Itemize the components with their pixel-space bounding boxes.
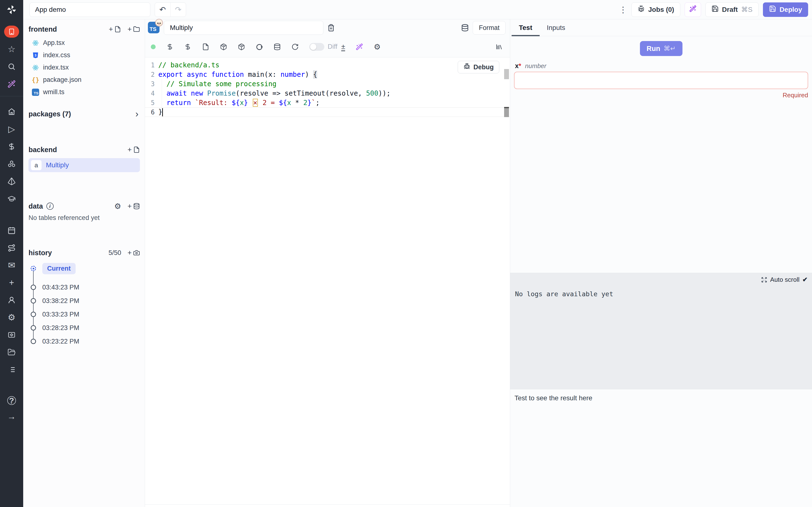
cache-ring-icon[interactable] [256, 43, 263, 50]
file-row-wmill-ts[interactable]: TS wmill.ts [29, 86, 140, 98]
autoscroll-check-icon[interactable]: ✔ [802, 276, 808, 283]
debug-button[interactable]: Debug [458, 61, 499, 73]
resources-dollar-icon[interactable] [184, 43, 191, 50]
package-icon[interactable] [220, 43, 227, 50]
worker-groups-icon[interactable] [6, 329, 17, 341]
editor-scrollbar[interactable] [503, 57, 510, 507]
test-form: Run ⌘↵ x* number Required [510, 36, 812, 273]
test-panel: Test Inputs Run ⌘↵ x* number [510, 19, 812, 507]
search-icon[interactable] [6, 61, 17, 72]
text-cursor [162, 108, 163, 116]
resources-cubes-icon[interactable] [6, 158, 17, 170]
add-file-button[interactable]: + [109, 25, 121, 33]
runs-play-icon[interactable]: ▷ [6, 123, 17, 135]
code-line[interactable]: 2export async function main(x: number) { [145, 70, 510, 79]
logs-panel: Auto scroll ✔ No logs are available yet [510, 273, 812, 389]
add-plus-icon[interactable]: + [6, 277, 17, 288]
file-row-index-tsx[interactable]: index.tsx [29, 61, 140, 74]
format-button[interactable]: Format [473, 21, 506, 35]
script-name-input[interactable] [164, 21, 323, 35]
language-badge: TS [148, 22, 160, 34]
data-settings-gear-icon[interactable]: ⚙ [114, 202, 121, 211]
history-entry[interactable]: 03:38:22 PM [31, 294, 140, 307]
runnable-name: Multiply [46, 161, 69, 169]
more-menu-kebab-icon[interactable]: ⋮ [619, 5, 627, 14]
library-icon[interactable] [495, 43, 503, 50]
code-line[interactable]: 6} [145, 107, 510, 117]
mail-icon[interactable]: ✉ [6, 260, 17, 271]
graduation-cap-icon[interactable] [6, 193, 17, 205]
expand-rail-arrow-icon[interactable]: → [6, 411, 17, 422]
info-icon[interactable]: i [46, 203, 54, 210]
add-backend-script-button[interactable]: + [128, 146, 140, 154]
jobs-button[interactable]: Jobs (0) [631, 2, 680, 17]
folders-icon[interactable] [6, 346, 17, 358]
add-folder-button[interactable]: + [128, 25, 140, 33]
ai-wand-icon[interactable] [356, 43, 363, 50]
file-row-package-json[interactable]: {} package.json [29, 74, 140, 86]
editor-settings-gear-icon[interactable]: ⚙ [373, 42, 380, 51]
bun-runtime-icon [155, 19, 163, 26]
help-icon[interactable]: ? [7, 396, 16, 405]
add-snapshot-button[interactable]: + [128, 249, 140, 257]
run-button[interactable]: Run ⌘↵ [640, 41, 682, 56]
history-entry[interactable]: 03:33:23 PM [31, 307, 140, 321]
tab-test[interactable]: Test [512, 19, 540, 36]
code-line[interactable]: 5 return `Result: ${x} × 2 = ${x * 2}`; [145, 98, 510, 107]
packages-section-row[interactable]: packages (7) › [29, 109, 140, 119]
editor-header: TS Format [145, 19, 510, 36]
diff-toggle[interactable] [309, 43, 324, 51]
audit-list-icon[interactable] [6, 364, 17, 376]
schedules-calendar-icon[interactable] [6, 225, 17, 236]
variables-dollar-icon[interactable] [166, 43, 173, 50]
flows-route-icon[interactable] [6, 242, 17, 254]
draft-save-button[interactable]: Draft ⌘S [705, 2, 759, 17]
tab-inputs[interactable]: Inputs [540, 19, 572, 36]
history-timeline: Current 03:43:23 PM 03:38:22 PM 03:33:23… [29, 261, 140, 348]
ai-wand-icon[interactable] [6, 78, 17, 90]
add-database-button[interactable]: + [128, 202, 140, 210]
scrollbar-thumb[interactable] [504, 69, 509, 79]
undo-button[interactable]: ↶ [155, 3, 170, 17]
chevron-right-icon: › [135, 109, 139, 119]
code-line[interactable]: 3 // Simulate some processing [145, 79, 510, 89]
ai-assistant-button[interactable] [684, 2, 701, 17]
file-row-app-tsx[interactable]: App.tsx [29, 37, 140, 49]
schema-database-icon[interactable] [461, 24, 469, 32]
delete-script-trash-icon[interactable] [327, 24, 335, 32]
user-icon[interactable] [6, 294, 17, 306]
pyramid-icon[interactable] [6, 175, 17, 187]
draft-label: Draft [722, 6, 738, 13]
home-icon[interactable] [6, 106, 17, 118]
expand-logs-icon[interactable] [761, 277, 767, 283]
deploy-button[interactable]: Deploy [763, 2, 808, 17]
history-entry[interactable]: 03:23:22 PM [31, 335, 140, 348]
plus-minus-icon[interactable]: ± [341, 43, 345, 51]
code-lines[interactable]: 1// backend/a.ts2export async function m… [145, 60, 510, 117]
history-entry-current[interactable]: Current [31, 261, 140, 276]
field-name: x [515, 62, 519, 69]
app-name-input[interactable] [30, 2, 150, 17]
favorites-star-icon[interactable]: ☆ [6, 44, 17, 55]
icon-rail: ☆ ▷ ✉ + [0, 0, 23, 507]
windmill-logo-icon[interactable] [6, 4, 17, 15]
file-icon[interactable] [202, 43, 209, 50]
backend-item-multiply[interactable]: a Multiply [29, 158, 140, 172]
file-row-index-css[interactable]: 3 index.css [29, 49, 140, 61]
redo-button[interactable]: ↷ [170, 3, 186, 17]
variables-dollar-icon[interactable] [6, 141, 17, 152]
settings-gear-icon[interactable]: ⚙ [6, 312, 17, 323]
code-line[interactable]: 4 await new Promise(resolve => setTimeou… [145, 89, 510, 98]
code-line[interactable]: 1// backend/a.ts [145, 60, 510, 70]
code-editor[interactable]: Debug 1// backend/a.ts2export async func… [145, 57, 510, 507]
typescript-icon: TS [32, 89, 39, 96]
jobs-label: Jobs (0) [648, 6, 674, 13]
refresh-icon[interactable] [292, 43, 299, 50]
workspace-badge-icon[interactable] [4, 25, 19, 38]
history-entry[interactable]: 03:43:23 PM [31, 281, 140, 294]
package-icon-2[interactable] [238, 43, 245, 50]
history-marker-icon [31, 285, 36, 290]
cache-database-icon[interactable] [273, 43, 281, 50]
x-number-input[interactable] [514, 72, 808, 89]
history-entry[interactable]: 03:28:23 PM [31, 321, 140, 335]
